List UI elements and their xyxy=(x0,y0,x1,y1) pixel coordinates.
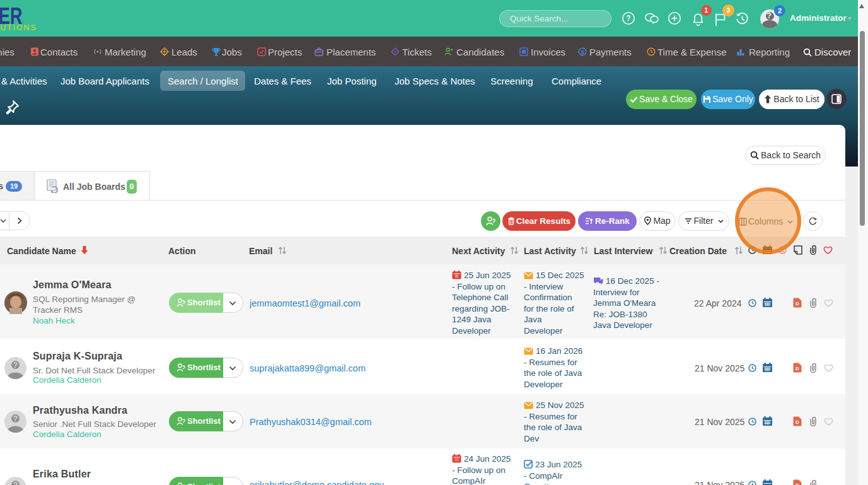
svg-text:D: D xyxy=(796,419,799,425)
svg-text:D: D xyxy=(796,366,799,371)
svg-text:D: D xyxy=(796,482,799,485)
svg-text:D: D xyxy=(796,301,799,307)
svg-text:?: ? xyxy=(13,481,18,485)
svg-text:?: ? xyxy=(13,361,18,370)
svg-text:?: ? xyxy=(13,414,18,423)
svg-text:?: ? xyxy=(626,14,630,23)
svg-text:$: $ xyxy=(581,49,584,56)
